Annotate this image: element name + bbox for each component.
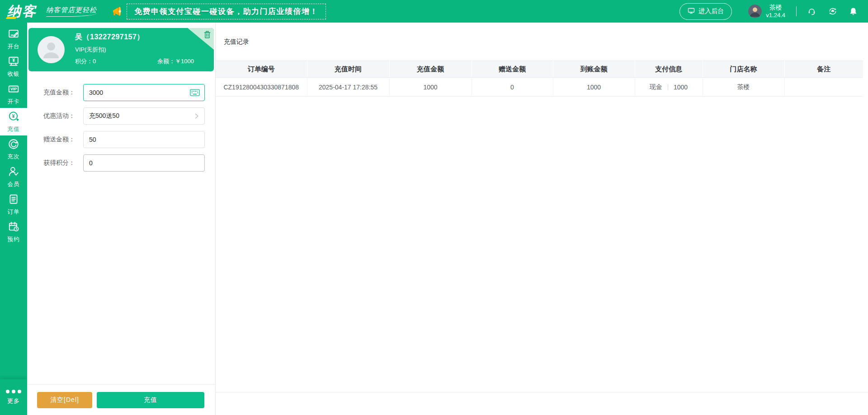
member-card: 吴（13227297157） VIP(无折扣) 积分：0 余额：￥1000 <box>28 28 214 71</box>
chevron-right-icon <box>193 108 200 124</box>
store-info: 茶楼 v1.24.4 <box>766 4 785 19</box>
sync-icon[interactable] <box>828 7 837 16</box>
sidebar-item-open-table[interactable]: 开台 <box>0 25 27 53</box>
brand-logo: 纳客 <box>5 0 40 23</box>
cell-gift: 0 <box>472 78 553 97</box>
sidebar-label: 充值 <box>8 126 20 133</box>
earn-points-label: 获得积分： <box>27 159 75 167</box>
trash-icon <box>203 30 211 39</box>
recharge-amount-input[interactable]: 3000 <box>83 84 205 101</box>
recharge-submit-button[interactable]: 充值 <box>97 392 204 408</box>
member-icon <box>8 166 19 179</box>
reservation-icon <box>8 221 19 234</box>
cell-store: 茶楼 <box>703 78 784 97</box>
cell-received: 1000 <box>553 78 635 97</box>
panel-footer: 清空[Del] 充值 <box>27 384 215 415</box>
promo-activity-label: 优惠活动： <box>27 112 75 120</box>
sidebar-item-recharge-times[interactable]: 充次 <box>0 135 27 163</box>
promo-activity-value: 充500送50 <box>89 112 119 120</box>
cashier-icon: ¥ <box>8 56 19 69</box>
promo-activity-select[interactable]: 充500送50 <box>83 107 205 125</box>
col-store: 门店名称 <box>703 61 784 78</box>
sidebar-more-button[interactable]: 更多 <box>0 379 27 415</box>
sidebar-item-recharge[interactable]: ¥ 充值 <box>0 108 27 135</box>
cell-amount: 1000 <box>389 78 472 97</box>
col-gift: 赠送金额 <box>472 61 553 78</box>
member-avatar <box>38 36 65 63</box>
cell-remark <box>784 78 863 97</box>
sidebar-label: 订单 <box>8 208 20 216</box>
user-avatar[interactable] <box>748 5 762 18</box>
page-title: 充值记录 <box>224 38 868 46</box>
pay-amount: 1000 <box>674 84 688 91</box>
earn-points-value: 0 <box>89 159 93 167</box>
recharge-amount-label: 充值金额： <box>27 89 75 97</box>
svg-text:¥: ¥ <box>12 113 14 118</box>
header-divider <box>796 6 797 16</box>
clear-button[interactable]: 清空[Del] <box>37 392 92 408</box>
col-payment: 支付信息 <box>635 61 703 78</box>
recharge-times-icon <box>8 138 19 152</box>
recharge-amount-value: 3000 <box>89 89 103 96</box>
vip-card-icon: VIP <box>8 83 19 97</box>
top-header: 纳客 纳客管店更轻松 免费申领支付宝碰一碰设备，助力门店业绩倍增！ 进入后 <box>0 0 868 23</box>
keyboard-icon[interactable] <box>190 84 200 101</box>
col-received: 到账金额 <box>553 61 635 78</box>
recharge-records-table: 订单编号 充值时间 充值金额 赠送金额 到账金额 支付信息 门店名称 备注 CZ… <box>216 61 863 97</box>
cell-order-no: CZ1912800430330871808 <box>216 78 307 97</box>
col-order-no: 订单编号 <box>216 61 307 78</box>
pay-method: 现金 <box>650 83 662 91</box>
sidebar-label: 充次 <box>8 153 20 161</box>
sidebar-item-cashier[interactable]: ¥ 收银 <box>0 53 27 80</box>
sidebar-label: 开台 <box>8 43 20 51</box>
sidebar-label: 开卡 <box>8 98 20 106</box>
sidebar-nav: 开台 ¥ 收银 VIP <box>0 23 27 415</box>
gift-amount-value: 50 <box>89 136 96 143</box>
content-bottom-divider <box>216 392 868 392</box>
svg-text:¥: ¥ <box>12 58 15 63</box>
gift-amount-input[interactable]: 50 <box>83 131 205 148</box>
member-level: VIP(无折扣) <box>75 46 208 54</box>
more-label: 更多 <box>7 397 20 405</box>
main-content: 充值记录 订单编号 充值时间 充值金额 赠送金额 到账金额 支付信息 门店名称 <box>216 23 868 415</box>
app-version: v1.24.4 <box>766 12 785 19</box>
sidebar-item-reservation[interactable]: 预约 <box>0 218 27 246</box>
recharge-form: 充值金额： 3000 <box>27 84 215 172</box>
col-time: 充值时间 <box>307 61 389 78</box>
order-icon <box>8 193 19 207</box>
gift-amount-label: 赠送金额： <box>27 135 75 144</box>
enter-backstage-button[interactable]: 进入后台 <box>679 3 732 20</box>
sidebar-label: 会员 <box>8 181 20 188</box>
cell-payment: 现金 1000 <box>635 78 703 97</box>
recharge-panel: 吴（13227297157） VIP(无折扣) 积分：0 余额：￥1000 <box>27 23 216 415</box>
svg-text:VIP: VIP <box>10 87 17 91</box>
table-row: CZ1912800430330871808 2025-04-17 17:28:5… <box>216 78 863 97</box>
app-window: 纳客 纳客管店更轻松 免费申领支付宝碰一碰设备，助力门店业绩倍增！ 进入后 <box>0 0 868 415</box>
col-amount: 充值金额 <box>389 61 472 78</box>
col-remark: 备注 <box>784 61 863 78</box>
member-name: 吴（13227297157） <box>75 33 208 42</box>
logo-accent <box>6 17 17 19</box>
member-balance: 余额：￥1000 <box>157 57 194 65</box>
sidebar-label: 预约 <box>8 236 20 243</box>
cell-time: 2025-04-17 17:28:55 <box>307 78 389 97</box>
more-dots-icon <box>6 390 21 393</box>
pay-divider <box>668 84 668 90</box>
megaphone-icon <box>110 5 123 18</box>
table-header-row: 订单编号 充值时间 充值金额 赠送金额 到账金额 支付信息 门店名称 备注 <box>216 61 863 78</box>
brand-tagline: 纳客管店更轻松 <box>46 6 97 17</box>
sidebar-item-member[interactable]: 会员 <box>0 163 27 191</box>
enter-backstage-label: 进入后台 <box>698 7 724 15</box>
customer-service-icon[interactable] <box>807 7 816 16</box>
open-table-icon <box>8 28 19 42</box>
sidebar-label: 收银 <box>8 70 20 78</box>
store-name: 茶楼 <box>766 4 785 12</box>
announcement-banner[interactable]: 免费申领支付宝碰一碰设备，助力门店业绩倍增！ <box>127 4 326 19</box>
member-points: 积分：0 <box>75 57 96 65</box>
monitor-icon <box>688 7 695 16</box>
recharge-icon: ¥ <box>8 111 19 124</box>
earn-points-input[interactable]: 0 <box>83 154 205 172</box>
sidebar-item-order[interactable]: 订单 <box>0 191 27 218</box>
notification-bell-icon[interactable] <box>849 7 857 16</box>
sidebar-item-vip-card[interactable]: VIP 开卡 <box>0 80 27 108</box>
